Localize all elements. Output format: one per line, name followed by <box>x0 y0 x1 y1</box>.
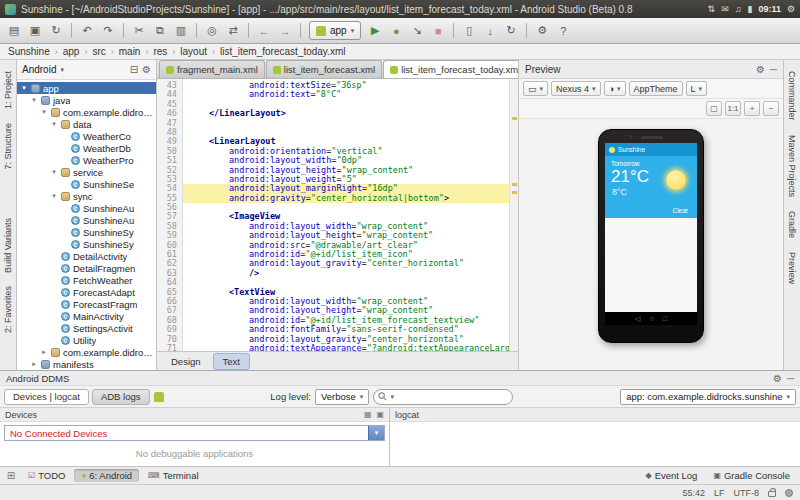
ddms-tab-adb-logs[interactable]: ADB logs <box>92 389 150 405</box>
line-separator[interactable]: LF <box>714 488 725 498</box>
forward-icon[interactable]: → <box>275 21 295 41</box>
window-switcher-icon[interactable]: ⊞ <box>3 470 19 481</box>
chevron-down-icon[interactable]: ▾ <box>368 426 384 440</box>
tree-toggle-icon[interactable]: ▾ <box>40 108 48 116</box>
breadcrumb-item[interactable]: layout <box>180 46 207 57</box>
logcat-output[interactable] <box>390 422 800 466</box>
project-tree-item[interactable]: cSunshineAu <box>17 202 156 214</box>
open-project-icon[interactable]: ▤ <box>4 21 24 41</box>
editor-gutter[interactable]: 4344454647484950515253545556575859606162… <box>157 79 183 351</box>
gear-icon[interactable]: ⚙ <box>142 64 151 75</box>
project-tree-item[interactable]: cSettingsActivit <box>17 322 156 334</box>
tool-tab-build-variants[interactable]: Build Variants <box>2 211 14 280</box>
help-icon[interactable]: ? <box>553 21 573 41</box>
screenshot-icon[interactable]: ▦ <box>364 410 372 419</box>
screen-record-icon[interactable]: ▣ <box>376 410 384 419</box>
locale-chip[interactable]: L▾ <box>686 81 708 96</box>
project-tree-item[interactable]: cSunshineSe <box>17 178 156 190</box>
collapse-all-icon[interactable]: ⊟ <box>130 64 138 75</box>
tool-tab-1-project[interactable]: 1: Project <box>2 64 14 116</box>
file-encoding[interactable]: UTF-8 <box>734 488 760 498</box>
tree-toggle-icon[interactable]: ▾ <box>50 168 58 176</box>
breadcrumb-item[interactable]: list_item_forecast_today.xml <box>220 46 345 57</box>
readonly-lock-icon[interactable] <box>768 491 776 497</box>
project-tree-item[interactable]: cWeatherPro <box>17 154 156 166</box>
project-tree-item[interactable]: cFetchWeather <box>17 274 156 286</box>
toolwindow-button-gradle-console[interactable]: ▣Gradle Console <box>706 469 797 482</box>
editor-code[interactable]: android:textSize="36sp"android:text="8°C… <box>183 79 509 351</box>
cut-icon[interactable]: ✂ <box>129 21 149 41</box>
app-filter-select[interactable]: app: com.example.didrocks.sunshine ▾ <box>620 389 796 405</box>
theme-changer-icon[interactable] <box>785 489 793 497</box>
find-icon[interactable]: ◎ <box>202 21 222 41</box>
session-menu-icon[interactable]: ⚙ <box>787 4 795 14</box>
project-tree-item[interactable]: cSunshineSy <box>17 226 156 238</box>
tree-toggle-icon[interactable]: ▾ <box>50 120 58 128</box>
tree-toggle-icon[interactable]: ▾ <box>50 192 58 200</box>
hide-panel-icon[interactable]: ─ <box>770 64 777 75</box>
zoom-in-icon[interactable]: + <box>744 101 760 116</box>
save-all-icon[interactable]: ▣ <box>25 21 45 41</box>
replace-icon[interactable]: ⇄ <box>223 21 243 41</box>
tool-tab-maven-projects[interactable]: Maven Projects <box>786 128 798 204</box>
attach-debugger-icon[interactable]: ↘ <box>407 21 427 41</box>
zoom-out-icon[interactable]: − <box>763 101 779 116</box>
redo-icon[interactable]: ↷ <box>98 21 118 41</box>
project-tree-item[interactable]: cDetailFragmen <box>17 262 156 274</box>
api-version-chip[interactable]: ◑▾ <box>604 81 626 96</box>
breadcrumb-item[interactable]: src <box>92 46 105 57</box>
error-stripe[interactable] <box>509 79 518 351</box>
editor-tab[interactable]: fragment_main.xml <box>159 60 265 78</box>
tree-toggle-icon[interactable]: ▸ <box>30 360 38 368</box>
breadcrumb-item[interactable]: app <box>63 46 80 57</box>
breadcrumb-item[interactable]: res <box>153 46 167 57</box>
sdk-manager-icon[interactable]: ↓ <box>480 21 500 41</box>
tool-tab-commander[interactable]: Commander <box>786 64 798 128</box>
zoom-fit-icon[interactable]: ▢ <box>706 101 722 116</box>
project-view-selector[interactable]: Android <box>22 64 56 75</box>
tree-toggle-icon[interactable]: ▾ <box>20 84 28 92</box>
log-level-select[interactable]: Verbose ▾ <box>315 389 369 405</box>
tool-tab-gradle[interactable]: Gradle <box>786 204 798 245</box>
project-tree-item[interactable]: ▾data <box>17 118 156 130</box>
toolwindow-button-6-android[interactable]: ●6: Android <box>74 469 139 482</box>
orientation-chip[interactable]: ▭▾ <box>523 81 548 96</box>
back-icon[interactable]: ← <box>254 21 274 41</box>
editor-tab[interactable]: list_item_forecast_today.xml× <box>383 60 537 78</box>
ddms-tab-devices-logcat[interactable]: Devices | logcat <box>4 389 89 405</box>
tool-tab-preview[interactable]: Preview <box>786 245 798 291</box>
project-tree-item[interactable]: cSunshineAu <box>17 214 156 226</box>
project-tree[interactable]: ▾app▾java▾com.example.didrocks▾datacWeat… <box>17 80 156 370</box>
project-tree-item[interactable]: ▾service <box>17 166 156 178</box>
editor-mode-tab-text[interactable]: Text <box>213 353 250 370</box>
warning-tick[interactable] <box>512 117 517 120</box>
toolwindow-button-terminal[interactable]: ⌨Terminal <box>141 469 205 482</box>
project-tree-item[interactable]: cWeatherDb <box>17 142 156 154</box>
avd-manager-icon[interactable]: ▯ <box>459 21 479 41</box>
theme-chip[interactable]: AppTheme <box>629 81 683 96</box>
undo-icon[interactable]: ↶ <box>77 21 97 41</box>
project-tree-item[interactable]: cMainActivity <box>17 310 156 322</box>
project-tree-item[interactable]: cDetailActivity <box>17 250 156 262</box>
zoom-actual-icon[interactable]: 1:1 <box>725 101 741 116</box>
device-select[interactable]: No Connected Devices ▾ <box>4 425 385 441</box>
gear-icon[interactable]: ⚙ <box>773 373 782 384</box>
project-tree-item[interactable]: cUtility <box>17 334 156 346</box>
project-tree-item[interactable]: cForecastFragm <box>17 298 156 310</box>
project-tree-item[interactable]: ▸com.example.didrocks <box>17 346 156 358</box>
project-tree-item[interactable]: ▾java <box>17 94 156 106</box>
settings-icon[interactable]: ⚙ <box>532 21 552 41</box>
editor-mode-tab-design[interactable]: Design <box>161 353 211 370</box>
gear-icon[interactable]: ⚙ <box>756 64 765 75</box>
tool-tab-2-favorites[interactable]: 2: Favorites <box>2 279 14 340</box>
project-tree-item[interactable]: ▸manifests <box>17 358 156 370</box>
debug-icon[interactable]: ● <box>386 21 406 41</box>
project-tree-item[interactable]: ▾sync <box>17 190 156 202</box>
project-tree-item[interactable]: cWeatherCo <box>17 130 156 142</box>
copy-icon[interactable]: ⧉ <box>150 21 170 41</box>
logcat-search-input[interactable]: ▾ <box>373 389 513 405</box>
sync-icon[interactable]: ↻ <box>46 21 66 41</box>
breadcrumb-item[interactable]: Sunshine <box>8 46 50 57</box>
chevron-down-icon[interactable]: ▾ <box>60 66 64 74</box>
gradle-sync-icon[interactable]: ↻ <box>501 21 521 41</box>
